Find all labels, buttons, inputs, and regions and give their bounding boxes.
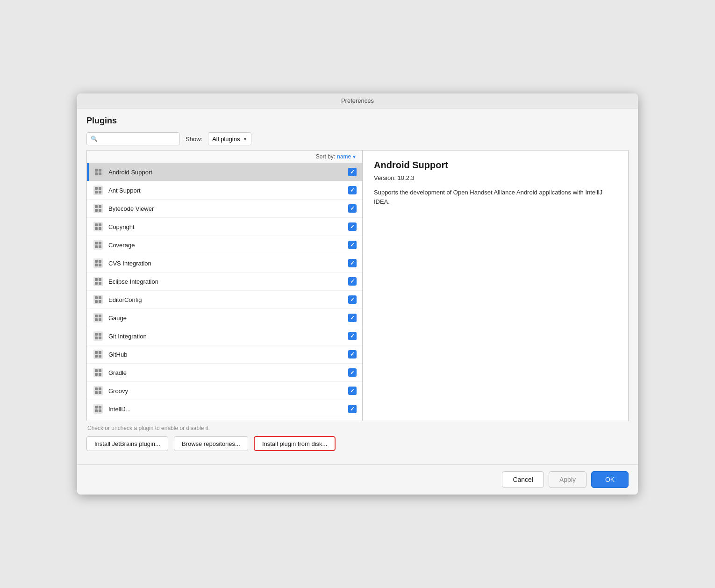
- left-panel: Sort by: name ▼ Android Support✓ Ant Sup…: [87, 151, 363, 421]
- plugin-icon: [93, 367, 104, 378]
- svg-rect-0: [93, 167, 103, 177]
- svg-rect-58: [95, 373, 98, 376]
- svg-rect-40: [93, 313, 103, 323]
- svg-rect-66: [95, 406, 98, 409]
- plugin-checkbox[interactable]: ✓: [348, 314, 357, 322]
- plugin-item[interactable]: GitHub✓: [87, 345, 362, 364]
- svg-rect-12: [99, 205, 101, 208]
- plugin-name: GitHub: [108, 351, 348, 358]
- svg-rect-36: [95, 296, 98, 299]
- svg-rect-32: [99, 278, 101, 281]
- plugin-checkbox[interactable]: ✓: [348, 368, 357, 377]
- action-buttons: Install JetBrains plugin... Browse repos…: [86, 436, 629, 451]
- svg-rect-3: [95, 172, 98, 175]
- svg-rect-42: [99, 315, 101, 317]
- plugin-item[interactable]: Copyright✓: [87, 218, 362, 236]
- svg-rect-43: [95, 318, 98, 321]
- svg-rect-68: [95, 409, 98, 412]
- svg-rect-2: [99, 169, 101, 172]
- apply-button[interactable]: Apply: [549, 471, 586, 488]
- plugin-name: Android Support: [108, 169, 348, 176]
- plugin-name: Coverage: [108, 242, 348, 249]
- plugin-checkbox[interactable]: ✓: [348, 277, 357, 286]
- plugin-icon: [93, 403, 104, 415]
- svg-rect-56: [95, 369, 98, 372]
- svg-rect-51: [95, 351, 98, 354]
- plugin-name: Eclipse Integration: [108, 278, 348, 285]
- svg-rect-21: [95, 242, 98, 244]
- plugin-icon: [93, 385, 104, 396]
- svg-rect-14: [99, 209, 101, 212]
- search-input[interactable]: [100, 136, 176, 143]
- search-box[interactable]: 🔍: [86, 132, 180, 145]
- plugin-item[interactable]: CVS Integration✓: [87, 254, 362, 272]
- plugin-checkbox[interactable]: ✓: [348, 186, 357, 194]
- plugin-checkbox[interactable]: ✓: [348, 222, 357, 231]
- svg-rect-37: [99, 296, 101, 299]
- plugin-item[interactable]: IntelliJ...✓: [87, 400, 362, 418]
- svg-rect-53: [95, 355, 98, 358]
- svg-rect-38: [95, 300, 98, 303]
- svg-rect-27: [99, 260, 101, 263]
- plugin-icon: [93, 312, 104, 323]
- page-title: Plugins: [86, 116, 629, 126]
- svg-rect-10: [93, 204, 103, 213]
- plugin-item[interactable]: Gradle✓: [87, 364, 362, 382]
- install-plugin-from-disk-button[interactable]: Install plugin from disk...: [254, 436, 336, 451]
- plugin-item[interactable]: Coverage✓: [87, 236, 362, 254]
- svg-rect-41: [95, 315, 98, 317]
- svg-rect-63: [95, 391, 98, 394]
- plugin-checkbox[interactable]: ✓: [348, 405, 357, 413]
- cancel-button[interactable]: Cancel: [502, 471, 544, 488]
- plugin-checkbox[interactable]: ✓: [348, 295, 357, 304]
- plugin-icon: [93, 221, 104, 232]
- svg-rect-22: [99, 242, 101, 244]
- svg-rect-31: [95, 278, 98, 281]
- svg-rect-13: [95, 209, 98, 212]
- install-jetbrains-button[interactable]: Install JetBrains plugin...: [86, 436, 168, 451]
- plugin-item[interactable]: Groovy✓: [87, 382, 362, 400]
- svg-rect-64: [99, 391, 101, 394]
- svg-rect-44: [99, 318, 101, 321]
- plugin-item[interactable]: EditorConfig✓: [87, 291, 362, 309]
- sort-value[interactable]: name: [337, 153, 351, 160]
- plugin-name: Gradle: [108, 369, 348, 376]
- detail-title: Android Support: [374, 160, 617, 171]
- plugin-name: Groovy: [108, 387, 348, 394]
- selected-indicator: [87, 163, 89, 181]
- plugin-name: CVS Integration: [108, 260, 348, 267]
- plugin-name: Bytecode Viewer: [108, 205, 348, 212]
- plugin-checkbox[interactable]: ✓: [348, 259, 357, 267]
- svg-rect-17: [99, 223, 101, 226]
- detail-version: Version: 10.2.3: [374, 174, 617, 181]
- plugin-item[interactable]: Git Integration✓: [87, 327, 362, 345]
- svg-rect-48: [95, 337, 98, 339]
- plugin-checkbox[interactable]: ✓: [348, 332, 357, 340]
- plugin-item[interactable]: Eclipse Integration✓: [87, 272, 362, 291]
- browse-repositories-button[interactable]: Browse repositories...: [174, 436, 248, 451]
- ok-button[interactable]: OK: [591, 471, 629, 488]
- plugin-checkbox[interactable]: ✓: [348, 168, 357, 176]
- show-label: Show:: [186, 136, 202, 143]
- plugin-item[interactable]: Ant Support✓: [87, 181, 362, 200]
- plugin-checkbox[interactable]: ✓: [348, 204, 357, 213]
- svg-rect-54: [99, 355, 101, 358]
- svg-rect-8: [95, 191, 98, 194]
- plugin-item[interactable]: Android Support✓: [87, 163, 362, 181]
- svg-rect-65: [93, 404, 103, 414]
- main-panel: Sort by: name ▼ Android Support✓ Ant Sup…: [86, 150, 629, 421]
- plugin-icon: [93, 203, 104, 214]
- plugin-item[interactable]: Bytecode Viewer✓: [87, 200, 362, 218]
- svg-rect-33: [95, 282, 98, 285]
- show-value: All plugins: [212, 136, 240, 143]
- plugin-item[interactable]: Gauge✓: [87, 309, 362, 327]
- plugin-checkbox[interactable]: ✓: [348, 241, 357, 249]
- plugin-name: Copyright: [108, 223, 348, 230]
- show-dropdown[interactable]: All plugins ▼: [208, 132, 251, 145]
- plugin-checkbox[interactable]: ✓: [348, 387, 357, 395]
- svg-rect-49: [99, 337, 101, 339]
- plugin-checkbox[interactable]: ✓: [348, 350, 357, 359]
- plugin-icon: [93, 166, 104, 178]
- sort-label: Sort by:: [316, 153, 335, 160]
- svg-rect-39: [99, 300, 101, 303]
